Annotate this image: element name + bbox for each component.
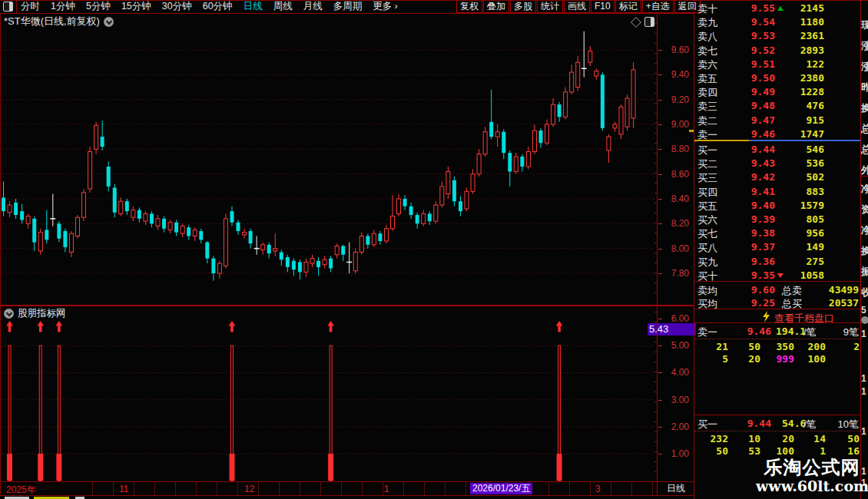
timeframe-更多 ›[interactable]: 更多 ›: [373, 0, 398, 13]
timeframe-30分钟[interactable]: 30分钟: [162, 0, 192, 13]
timeframe-周线[interactable]: 周线: [273, 0, 293, 13]
signal: [228, 321, 235, 481]
timeframe-多周期[interactable]: 多周期: [333, 0, 363, 13]
tool-画线[interactable]: 画线: [564, 0, 590, 13]
candle: [26, 213, 30, 228]
candle: [193, 227, 197, 241]
candle: [8, 201, 12, 217]
candle: [607, 134, 611, 163]
candle: [181, 223, 184, 237]
order-book-row[interactable]: 买一9.44546: [694, 142, 860, 156]
candle: [532, 124, 536, 154]
avg-price-marker: [694, 140, 749, 141]
clipped-label: 现: [861, 18, 868, 32]
order-size: 100: [762, 445, 794, 457]
timeframe-15分钟[interactable]: 15分钟: [121, 0, 151, 13]
order-book-row[interactable]: 买四9.41883: [694, 184, 860, 198]
timeframe-60分钟[interactable]: 60分钟: [203, 0, 233, 13]
candle: [397, 194, 401, 216]
timeframe-日线[interactable]: 日线: [244, 0, 263, 13]
tool-叠加[interactable]: 叠加: [483, 0, 509, 13]
candle: [273, 233, 277, 256]
order-book-row[interactable]: 卖八9.532361: [694, 28, 860, 42]
level-volume: 805: [763, 213, 824, 225]
clipped-digit: 5: [861, 305, 866, 316]
tool-F10[interactable]: F10: [591, 0, 615, 13]
order-book-row[interactable]: 卖十9.552145: [694, 1, 860, 15]
order-book-row[interactable]: 卖九9.541180: [694, 15, 860, 28]
candle: [150, 211, 154, 227]
chevron-circle-icon: [861, 316, 868, 324]
toolbar-menu: 复权叠加多股统计画线F10标记+自选返回: [456, 0, 701, 13]
candle: [249, 229, 253, 249]
signal: [556, 321, 563, 481]
date-axis[interactable]: 2025年111212026/01/23/五3: [0, 482, 694, 495]
order-book-row[interactable]: 买八9.37149: [694, 240, 860, 253]
candle: [168, 220, 172, 233]
order-book-row[interactable]: 买二9.43536: [694, 156, 860, 170]
order-book-row[interactable]: 买六9.39805: [694, 212, 860, 226]
order-book-row[interactable]: 卖三9.48476: [694, 98, 860, 112]
axis-tick: [658, 100, 662, 101]
candle: [489, 90, 493, 140]
date-tick: [590, 482, 591, 495]
order-size: 1: [793, 445, 826, 457]
order-book-row[interactable]: 卖五9.502380: [694, 71, 860, 84]
date-tick: [92, 482, 93, 495]
date-tick: [258, 482, 259, 495]
order-book-row[interactable]: 买七9.38956: [694, 226, 860, 240]
axis-tick: [658, 454, 662, 454]
timeframe-分时[interactable]: 分时: [21, 0, 40, 13]
window-layout-button[interactable]: [0, 0, 17, 13]
candle: [564, 88, 568, 120]
indicator-axis-label: 6.00: [658, 313, 689, 324]
order-book-row[interactable]: 卖六9.51122: [694, 57, 860, 71]
date-tick: [424, 482, 425, 495]
clipped-right-column: 现涨涨昨换总总外净资净换振收5111111: [861, 0, 868, 499]
clipped-label: 净: [861, 182, 868, 196]
timeframe-1分钟[interactable]: 1分钟: [51, 0, 75, 13]
timeframe-5分钟[interactable]: 5分钟: [86, 0, 111, 13]
timeframe-月线[interactable]: 月线: [303, 0, 323, 13]
candle: [335, 243, 339, 258]
candle: [162, 216, 166, 233]
period-label[interactable]: 日线: [658, 482, 694, 495]
price-axis-label: 8.40: [658, 193, 689, 204]
candle: [125, 199, 129, 215]
date-tick: [383, 482, 383, 495]
date-tick: [134, 482, 134, 495]
candle: [261, 243, 265, 255]
price-axis-label: 7.80: [658, 268, 689, 279]
order-book-row[interactable]: 买五9.401579: [694, 198, 860, 212]
candle: [205, 241, 209, 263]
order-book-row[interactable]: 卖一9.461747: [694, 127, 860, 140]
candle: [88, 147, 92, 193]
price-axis-label: 8.20: [658, 218, 689, 229]
date-tick: [403, 482, 404, 495]
date-tick: [279, 482, 280, 495]
tool-标记[interactable]: 标记: [615, 0, 641, 13]
signal: [37, 321, 44, 481]
candle: [323, 256, 326, 268]
tool-多股[interactable]: 多股: [510, 0, 536, 13]
candle: [409, 203, 413, 219]
candlestick-chart[interactable]: [0, 14, 658, 306]
tool-复权[interactable]: 复权: [456, 0, 482, 13]
total-buy-value: 20537: [793, 297, 859, 309]
candle: [613, 122, 617, 132]
tool-统计[interactable]: 统计: [537, 0, 563, 13]
indicator-chart[interactable]: [0, 306, 658, 481]
candle: [329, 256, 333, 272]
order-book-row[interactable]: 卖七9.522893: [694, 43, 860, 57]
order-book-row[interactable]: 买十9.351058: [694, 268, 860, 282]
candle: [570, 64, 574, 94]
doji-candle: [346, 243, 352, 273]
order-book-row[interactable]: 买三9.42502: [694, 170, 860, 183]
tool-+自选[interactable]: +自选: [642, 0, 674, 13]
candle: [446, 167, 450, 199]
order-book-row[interactable]: 卖四9.491228: [694, 84, 860, 98]
order-book-row[interactable]: 卖二9.47915: [694, 113, 860, 127]
order-book-row[interactable]: 买九9.36275: [694, 254, 860, 268]
axis-tick: [658, 199, 662, 200]
date-tick: [217, 482, 217, 495]
